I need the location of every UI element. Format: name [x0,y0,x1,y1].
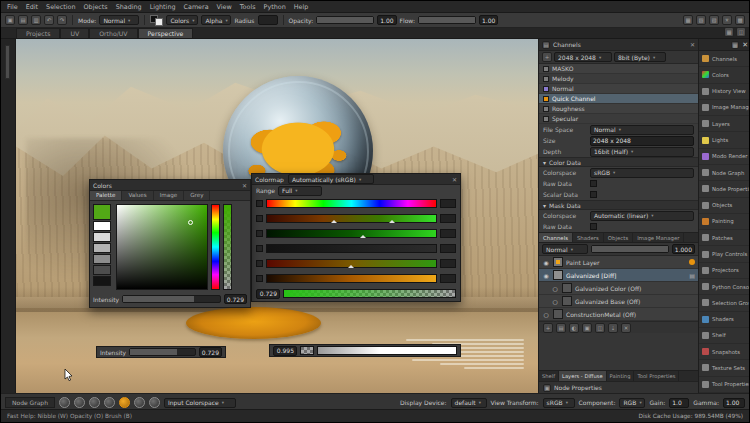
tab-channels[interactable]: Channels [539,233,573,242]
palette-item-modo-render[interactable]: Modo Render [699,149,750,165]
gray-swatch[interactable] [93,265,111,275]
close-icon[interactable]: ✕ [242,182,247,189]
palette-item-channels[interactable]: Channels [699,51,750,67]
colormap-select[interactable]: Automatically (sRGB) [288,174,374,184]
raw-data-checkbox[interactable] [590,180,597,187]
dark-gradient-bar[interactable] [266,244,437,253]
blend-mode-select[interactable]: Normal [542,244,588,254]
gray-swatch[interactable] [93,254,111,264]
channel-checkbox[interactable] [256,200,263,207]
current-color-swatch[interactable] [93,204,111,220]
menu-selection[interactable]: Selection [46,3,75,11]
channel-checkbox[interactable] [256,215,263,222]
tab-grey[interactable]: Grey [184,191,210,200]
gamma-field[interactable]: 1.00 [723,398,745,408]
palette-item-projectors[interactable]: Projectors [699,263,750,279]
tab-objects[interactable]: Objects [604,233,633,242]
colormap-panel-titlebar[interactable]: Colormap Automatically (sRGB) ✕ [252,174,460,185]
opacity-value[interactable]: 1.00 [377,15,396,25]
palette-item-node-properties[interactable]: Node Properties [699,181,750,197]
gray-swatch[interactable] [93,221,111,231]
layer-row[interactable]: ○ ConstructionMetal (Off) [539,308,698,321]
brush-tool-icon[interactable] [59,397,70,408]
gray-swatch[interactable] [93,243,111,253]
value-box[interactable] [440,274,456,283]
visibility-icon[interactable]: ○ [551,285,559,292]
radius-field[interactable] [258,15,278,25]
add-layer-icon[interactable]: + [543,323,553,333]
gray-swatch[interactable] [93,232,111,242]
projection-icon[interactable]: ▧ [696,15,706,25]
palette-item-shelf[interactable]: Shelf [699,328,750,344]
brush-tool-icon[interactable] [89,397,100,408]
save-icon[interactable]: ▥ [31,15,41,25]
value-box[interactable] [440,229,456,238]
visibility-icon[interactable]: ◉ [542,259,550,266]
grid-icon[interactable]: ▦ [731,41,739,49]
palette-item-snapshots[interactable]: Snapshots [699,344,750,360]
viewport-canvas[interactable]: Colormap Automatically (sRGB) ✕ Range Fu… [16,39,538,393]
tab-image[interactable]: Image [154,191,185,200]
gutter-slider[interactable] [5,45,10,79]
palette-item-tool-properties[interactable]: Tool Properties [699,377,750,393]
tab-shelf[interactable]: Shelf [539,371,559,381]
channel-row[interactable]: Specular [539,114,698,124]
display-device-select[interactable]: default [451,398,487,408]
close-icon[interactable]: ✕ [690,41,695,48]
delete-layer-icon[interactable]: ✕ [621,323,631,333]
curve-value-field[interactable]: 0.729 [256,289,280,299]
value-box[interactable] [440,259,456,268]
layout-split-icon[interactable]: ◫ [736,27,746,37]
colors-select[interactable]: Colors [166,15,198,25]
layer-row-selected[interactable]: ◉ Galvanized [Diff] ▤ [539,269,698,282]
tab-uv[interactable]: UV [60,28,89,38]
channel-checkbox[interactable] [256,275,263,282]
scalar-data-checkbox[interactable] [590,191,597,198]
orange-gradient-bar[interactable] [266,274,437,283]
channel-checkbox[interactable] [256,230,263,237]
mask-data-section[interactable]: ▾Mask Data [539,200,698,210]
channels-palette-header[interactable]: ▤ Channels ✕ [539,39,698,51]
merge-layer-icon[interactable]: ⇣ [608,323,618,333]
visibility-icon[interactable]: ○ [542,311,550,318]
duplicate-layer-icon[interactable]: ◫ [595,323,605,333]
gain-field[interactable]: 1.0 [669,398,689,408]
range-select[interactable]: Full [278,186,322,196]
menu-objects[interactable]: Objects [84,3,108,11]
undo-icon[interactable]: ↶ [44,15,54,25]
white-gradient-bar[interactable] [317,346,457,355]
alpha-select[interactable]: Alpha [201,15,231,25]
visibility-icon[interactable]: ○ [551,298,559,305]
flow-slider[interactable] [418,16,476,24]
palette-item-lights[interactable]: Lights [699,132,750,148]
mask-raw-checkbox[interactable] [590,223,597,230]
layer-row[interactable]: ◉ Paint Layer [539,256,698,269]
layout-grid-icon[interactable]: ▦ [724,27,734,37]
channel-depth-select[interactable]: 8bit (Byte) [614,52,666,62]
menu-lighting[interactable]: Lighting [150,3,176,11]
channel-row[interactable]: Melody [539,74,698,84]
component-select[interactable]: RGB [619,398,645,408]
menu-python[interactable]: Python [264,3,286,11]
channel-row[interactable]: Normal [539,84,698,94]
add-channel-icon[interactable]: + [542,52,552,62]
view-transform-select[interactable]: sRGB [543,398,575,408]
menu-file[interactable]: File [7,3,18,11]
alpha-gradient-bar[interactable] [283,289,456,298]
channel-row-selected[interactable]: Quick Channel [539,94,698,104]
intensity-slider[interactable] [129,348,196,356]
add-group-icon[interactable]: ▤ [556,323,566,333]
palette-item-selection-groups[interactable]: Selection Groups [699,295,750,311]
channel-row[interactable]: Roughness [539,104,698,114]
open-icon[interactable]: ▤ [18,15,28,25]
layer-row[interactable]: ○ Galvanized Color (Off) [539,282,698,295]
menu-view[interactable]: View [217,3,232,11]
node-graph-tab[interactable]: Node Graph [5,397,55,408]
redo-icon[interactable]: ↷ [57,15,67,25]
tab-projects[interactable]: Projects [16,28,60,38]
palette-item-colors[interactable]: Colors [699,67,750,83]
palette-item-objects[interactable]: Objects [699,198,750,214]
channel-size-select[interactable]: 2048 x 2048 [554,52,612,62]
gray-swatch[interactable] [93,276,111,286]
color-data-section[interactable]: ▾Color Data [539,157,698,167]
